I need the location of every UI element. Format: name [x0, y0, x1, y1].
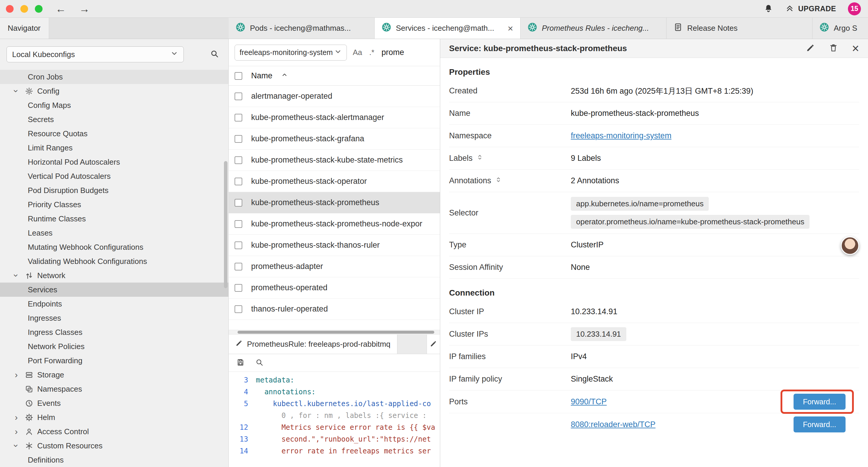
name-column-header[interactable]: Name [251, 71, 272, 80]
tab-navigator[interactable]: Navigator [0, 18, 49, 39]
row-checkbox[interactable] [235, 241, 242, 249]
table-row[interactable]: alertmanager-operated [229, 86, 440, 107]
row-checkbox[interactable] [235, 135, 242, 143]
sidebar-item-resource-quotas[interactable]: Resource Quotas [0, 126, 228, 141]
row-checkbox[interactable] [235, 305, 242, 313]
chevron-expanded-icon[interactable]: › [15, 86, 25, 96]
chevron-expanded-icon[interactable]: › [15, 270, 25, 281]
chevron-expanded-icon[interactable]: › [15, 441, 25, 451]
table-row[interactable]: thanos-ruler-operated [229, 298, 440, 320]
table-row-selected[interactable]: kube-prometheus-stack-prometheus [229, 192, 440, 213]
tab-release-notes[interactable]: Release Notes [666, 18, 812, 39]
close-window-button[interactable] [6, 5, 13, 13]
sort-ascending-icon[interactable] [281, 71, 288, 80]
dock-tab-partial[interactable] [427, 334, 440, 354]
tab-services[interactable]: Services - icecheng@math... × [375, 18, 521, 39]
table-row[interactable]: kube-prometheus-stack-grafana [229, 128, 440, 150]
table-row[interactable]: kube-prometheus-stack-thanos-ruler [229, 235, 440, 256]
scrollbar-thumb[interactable] [238, 331, 434, 334]
sidebar-item-ingresses[interactable]: Ingresses [0, 311, 228, 325]
chevron-collapsed-icon[interactable]: › [15, 427, 25, 437]
sidebar-item-port-forwarding[interactable]: Port Forwarding [0, 353, 228, 368]
forward-port-button[interactable]: Forward... [794, 416, 845, 432]
row-checkbox[interactable] [235, 156, 242, 164]
match-case-toggle[interactable]: Aa [353, 48, 362, 57]
regex-toggle[interactable]: .* [369, 48, 374, 57]
sidebar-item-secrets[interactable]: Secrets [0, 112, 228, 126]
search-input[interactable]: prome [381, 48, 404, 57]
editor-search-icon[interactable] [255, 358, 264, 368]
edit-pencil-icon[interactable] [806, 43, 815, 54]
close-icon[interactable]: × [852, 42, 859, 55]
sidebar-item-vertical-pod-autoscalers[interactable]: Vertical Pod Autoscalers [0, 169, 228, 183]
dock-tab-prometheusrule[interactable]: PrometheusRule: freeleaps-prod-rabbitmq [229, 334, 397, 354]
sidebar-item-namespaces[interactable]: Namespaces [0, 382, 228, 396]
sidebar-scrollbar[interactable] [224, 161, 227, 288]
sidebar-search-icon[interactable] [210, 49, 219, 59]
forward-icon[interactable]: → [79, 4, 90, 14]
chevron-collapsed-icon[interactable]: › [15, 370, 25, 380]
sidebar-item-definitions[interactable]: Definitions [0, 453, 228, 467]
sidebar-item-limit-ranges[interactable]: Limit Ranges [0, 141, 228, 155]
tab-prometheus-rules[interactable]: Prometheus Rules - icecheng... [521, 18, 666, 39]
sidebar-item-services[interactable]: Services [0, 283, 228, 297]
kubeconfig-selector[interactable]: Local Kubeconfigs [6, 47, 184, 62]
horizontal-scrollbar[interactable] [229, 330, 440, 334]
chevron-collapsed-icon[interactable]: › [15, 412, 25, 422]
row-checkbox[interactable] [235, 284, 242, 292]
sidebar-item-ingress-classes[interactable]: Ingress Classes [0, 325, 228, 339]
expand-collapse-icon[interactable] [495, 176, 502, 185]
port-9090-link[interactable]: 9090/TCP [571, 397, 607, 406]
notifications-bell-icon[interactable] [764, 4, 773, 14]
close-tab-icon[interactable]: × [507, 24, 513, 33]
sidebar-item-storage[interactable]: ›Storage [0, 368, 228, 382]
table-row[interactable]: kube-prometheus-stack-alertmanager [229, 107, 440, 128]
table-row[interactable]: kube-prometheus-stack-kube-state-metrics [229, 150, 440, 171]
upgrade-button[interactable]: UPGRADE [785, 3, 836, 14]
sidebar-item-horizontal-pod-autoscalers[interactable]: Horizontal Pod Autoscalers [0, 155, 228, 169]
notification-count-badge[interactable]: 15 [848, 2, 861, 16]
sidebar-item-priority-classes[interactable]: Priority Classes [0, 198, 228, 212]
back-icon[interactable]: ← [56, 4, 66, 14]
minimize-window-button[interactable] [20, 5, 28, 13]
row-checkbox[interactable] [235, 199, 242, 207]
row-checkbox[interactable] [235, 114, 242, 121]
row-checkbox[interactable] [235, 178, 242, 185]
row-checkbox[interactable] [235, 220, 242, 228]
table-row[interactable]: prometheus-operated [229, 277, 440, 298]
row-checkbox[interactable] [235, 263, 242, 270]
table-row[interactable]: kube-prometheus-stack-prometheus-node-ex… [229, 213, 440, 235]
sidebar-item-network[interactable]: ›Network [0, 268, 228, 283]
port-8080-link[interactable]: 8080:reloader-web/TCP [571, 420, 656, 429]
zoom-window-button[interactable] [35, 5, 42, 13]
sidebar-item-leases[interactable]: Leases [0, 226, 228, 240]
sidebar-item-runtime-classes[interactable]: Runtime Classes [0, 212, 228, 226]
namespace-link[interactable]: freeleaps-monitoring-system [571, 131, 672, 140]
tab-argo[interactable]: Argo S [812, 18, 868, 39]
sidebar-item-config-maps[interactable]: Config Maps [0, 98, 228, 112]
sidebar-item-helm[interactable]: ›Helm [0, 410, 228, 425]
sidebar-item-pod-disruption-budgets[interactable]: Pod Disruption Budgets [0, 183, 228, 198]
sidebar-item-events[interactable]: Events [0, 396, 228, 410]
sidebar-item-endpoints[interactable]: Endpoints [0, 297, 228, 311]
table-row[interactable]: prometheus-adapter [229, 256, 440, 277]
sidebar-item-config[interactable]: ›Config [0, 84, 228, 98]
table-row[interactable]: kube-prometheus-stack-operator [229, 171, 440, 192]
delete-trash-icon[interactable] [829, 43, 838, 54]
tab-pods[interactable]: Pods - icecheng@mathmas... [229, 18, 375, 39]
forward-port-button[interactable]: Forward... [794, 394, 845, 410]
user-avatar[interactable] [841, 236, 859, 255]
sidebar-item-mutating-webhook-configurations[interactable]: Mutating Webhook Configurations [0, 240, 228, 254]
row-checkbox[interactable] [235, 92, 242, 100]
edit-pencil-icon [235, 339, 243, 349]
save-icon[interactable] [236, 358, 245, 368]
sidebar-item-cron-jobs[interactable]: Cron Jobs [0, 70, 228, 84]
select-all-checkbox[interactable] [235, 72, 242, 80]
expand-collapse-icon[interactable] [476, 154, 483, 163]
sidebar-item-access-control[interactable]: ›Access Control [0, 425, 228, 439]
sidebar-item-custom-resources[interactable]: ›Custom Resources [0, 439, 228, 453]
namespace-filter-select[interactable]: freeleaps-monitoring-system [235, 45, 347, 61]
yaml-editor[interactable]: 3metadata: 4 annotations: 5 kubectl.kube… [229, 372, 440, 467]
sidebar-item-validating-webhook-configurations[interactable]: Validating Webhook Configurations [0, 254, 228, 268]
sidebar-item-network-policies[interactable]: Network Policies [0, 339, 228, 353]
